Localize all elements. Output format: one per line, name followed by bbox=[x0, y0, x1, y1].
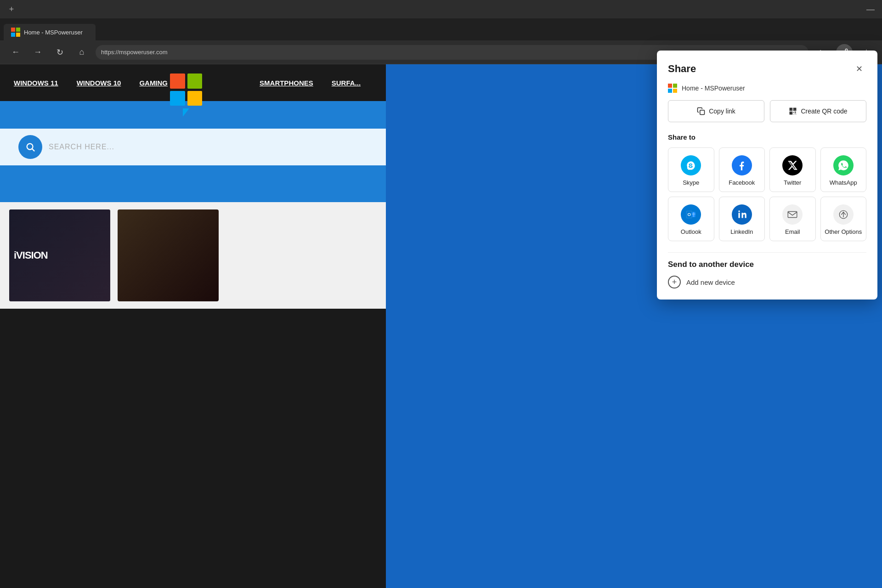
svg-rect-7 bbox=[700, 110, 705, 115]
share-facebook[interactable]: Facebook bbox=[719, 147, 765, 192]
tab-label: Home - MSPoweruser bbox=[24, 29, 83, 36]
share-email[interactable]: Email bbox=[769, 197, 816, 241]
share-whatsapp[interactable]: WhatsApp bbox=[820, 147, 867, 192]
home-button[interactable]: ⌂ bbox=[74, 44, 90, 61]
tab-favicon bbox=[11, 28, 20, 37]
share-grid: Skype Facebook Twitter bbox=[668, 147, 866, 241]
nav-smartphones[interactable]: SMARTPHONES bbox=[260, 79, 313, 87]
share-panel: Share ✕ Home - MSPoweruser Copy link bbox=[657, 51, 877, 300]
skype-icon bbox=[681, 155, 701, 175]
nav-windows11[interactable]: WINDOWS 11 bbox=[14, 79, 58, 87]
linkedin-icon bbox=[732, 204, 752, 225]
back-button[interactable]: ← bbox=[7, 44, 24, 61]
share-other[interactable]: Other Options bbox=[820, 197, 867, 241]
browser-titlebar: + — bbox=[0, 0, 882, 18]
create-qr-button[interactable]: Create QR code bbox=[770, 100, 866, 122]
facebook-label: Facebook bbox=[729, 179, 755, 186]
svg-rect-11 bbox=[791, 109, 792, 110]
site-logo bbox=[161, 64, 216, 119]
share-twitter[interactable]: Twitter bbox=[769, 147, 816, 192]
tab-bar: Home - MSPoweruser bbox=[0, 18, 882, 40]
page-favicon bbox=[668, 84, 677, 93]
active-tab[interactable]: Home - MSPoweruser bbox=[4, 24, 96, 40]
add-device-label: Add new device bbox=[686, 278, 735, 286]
search-icon bbox=[18, 135, 42, 159]
create-qr-label: Create QR code bbox=[801, 107, 847, 115]
svg-rect-13 bbox=[791, 113, 792, 113]
new-tab-button[interactable]: + bbox=[7, 5, 16, 13]
share-panel-header: Share ✕ bbox=[668, 62, 866, 76]
outlook-icon bbox=[681, 204, 701, 225]
page-info: Home - MSPoweruser bbox=[668, 84, 866, 93]
svg-point-23 bbox=[688, 214, 690, 215]
photo-gaming bbox=[118, 209, 219, 301]
nav-surface[interactable]: SURFA... bbox=[332, 79, 361, 87]
share-linkedin[interactable]: LinkedIn bbox=[719, 197, 765, 241]
other-options-icon bbox=[833, 204, 854, 225]
close-share-button[interactable]: ✕ bbox=[852, 62, 866, 76]
other-options-label: Other Options bbox=[825, 228, 862, 235]
minimize-button[interactable]: — bbox=[866, 5, 875, 13]
outlook-label: Outlook bbox=[681, 228, 701, 235]
photo-vision: iVISION bbox=[9, 209, 110, 301]
whatsapp-icon bbox=[833, 155, 854, 175]
plus-icon: + bbox=[668, 276, 681, 288]
nav-windows10[interactable]: WINDOWS 10 bbox=[77, 79, 121, 87]
action-buttons: Copy link Create QR code bbox=[668, 100, 866, 122]
whatsapp-label: WhatsApp bbox=[830, 179, 857, 186]
vision-text: iVISION bbox=[14, 249, 48, 261]
copy-link-button[interactable]: Copy link bbox=[668, 100, 764, 122]
share-skype[interactable]: Skype bbox=[668, 147, 714, 192]
svg-rect-27 bbox=[788, 212, 797, 218]
send-device-section: Send to another device + Add new device bbox=[668, 252, 866, 288]
email-label: Email bbox=[785, 228, 800, 235]
svg-point-5 bbox=[27, 144, 33, 150]
forward-button[interactable]: → bbox=[29, 44, 46, 61]
send-device-title: Send to another device bbox=[668, 260, 866, 269]
qr-icon bbox=[789, 107, 797, 115]
add-device-button[interactable]: + Add new device bbox=[668, 276, 866, 288]
share-outlook[interactable]: Outlook bbox=[668, 197, 714, 241]
svg-rect-12 bbox=[794, 109, 795, 110]
twitter-label: Twitter bbox=[784, 179, 801, 186]
email-icon bbox=[782, 204, 803, 225]
linkedin-label: LinkedIn bbox=[730, 228, 753, 235]
share-title: Share bbox=[668, 63, 696, 75]
skype-label: Skype bbox=[683, 179, 699, 186]
facebook-icon bbox=[732, 155, 752, 175]
reload-button[interactable]: ↻ bbox=[51, 44, 68, 61]
svg-line-6 bbox=[32, 149, 34, 151]
share-to-title: Share to bbox=[668, 133, 866, 141]
search-placeholder[interactable]: SEARCH HERE... bbox=[49, 143, 114, 151]
copy-link-label: Copy link bbox=[709, 107, 735, 115]
copy-icon bbox=[697, 107, 705, 115]
twitter-icon bbox=[782, 155, 803, 175]
page-title: Home - MSPoweruser bbox=[682, 85, 745, 92]
